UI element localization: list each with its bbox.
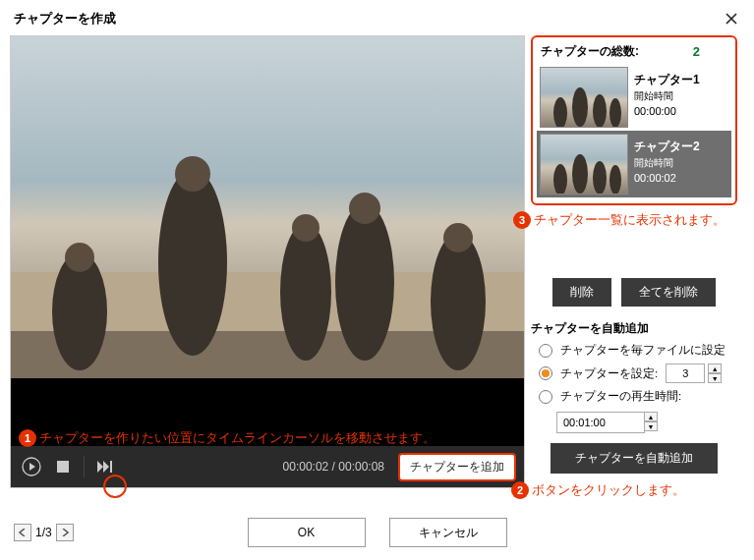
radio-icon: [539, 366, 552, 380]
video-player-area: 1チャプターを作りたい位置にタイムラインカーソルを移動させます。: [10, 35, 525, 488]
play-time-input[interactable]: [556, 412, 645, 433]
spinner-down-icon[interactable]: ▼: [708, 373, 722, 383]
cancel-button[interactable]: キャンセル: [389, 518, 507, 547]
radio-play-time-label: チャプターの再生時間:: [560, 389, 681, 404]
next-button[interactable]: [92, 454, 118, 479]
play-button[interactable]: [19, 454, 44, 479]
pager-prev-button[interactable]: [14, 524, 31, 541]
annotation-2-text: ボタンをクリックします。: [532, 482, 685, 497]
chapter-count-value: 2: [693, 44, 700, 59]
radio-set-count[interactable]: チャプターを設定: ▲▼: [539, 364, 737, 383]
pager-text: 1/3: [35, 526, 52, 539]
spinner-up-icon[interactable]: ▲: [644, 412, 658, 421]
svg-point-22: [609, 165, 621, 195]
svg-point-20: [572, 154, 588, 194]
auto-add-section-title: チャプターを自動追加: [531, 320, 737, 337]
annotation-1: 1チャプターを作りたい位置にタイムラインカーソルを移動させます。: [19, 429, 435, 447]
chapter-count-row: チャプターの総数: 2: [537, 41, 731, 64]
annotation-3-badge: 3: [513, 211, 531, 229]
svg-point-17: [593, 94, 607, 128]
annotation-2-badge: 2: [511, 481, 529, 499]
chapter-count-label: チャプターの総数:: [541, 43, 639, 60]
delete-button[interactable]: 削除: [552, 278, 611, 307]
svg-point-19: [553, 164, 567, 195]
video-frame-illustration: [11, 36, 524, 378]
window-title: チャプターを作成: [14, 10, 116, 28]
svg-point-3: [158, 169, 227, 356]
svg-point-15: [553, 97, 567, 128]
radio-set-count-label: チャプターを設定:: [560, 366, 658, 381]
svg-point-10: [292, 214, 319, 242]
count-spinner[interactable]: ▲▼: [708, 364, 722, 383]
chapter-start-label: 開始時間: [634, 155, 700, 170]
stop-icon: [57, 461, 69, 473]
radio-play-time[interactable]: チャプターの再生時間:: [539, 389, 737, 404]
svg-point-18: [609, 98, 621, 128]
next-icon: [97, 461, 113, 473]
svg-point-8: [349, 193, 380, 224]
svg-point-6: [431, 233, 486, 370]
radio-per-file-label: チャプターを毎ファイルに設定: [560, 343, 725, 358]
chapter-meta: チャプター2 開始時間 00:00:02: [634, 134, 700, 195]
chapter-time: 00:00:02: [634, 170, 700, 187]
svg-point-11: [65, 243, 94, 272]
spinner-up-icon[interactable]: ▲: [708, 364, 722, 373]
chapter-list-item[interactable]: チャプター1 開始時間 00:00:00: [537, 64, 731, 131]
chapter-title: チャプター2: [634, 138, 700, 155]
chevron-right-icon: [61, 529, 69, 536]
svg-point-4: [280, 223, 331, 361]
close-icon: [725, 12, 738, 26]
chapter-count-input[interactable]: [666, 364, 705, 383]
annotation-1-badge: 1: [19, 429, 36, 447]
time-display: 00:00:02 / 00:00:08: [283, 460, 384, 474]
chapter-action-buttons: 削除 全てを削除: [531, 278, 737, 307]
svg-rect-13: [57, 461, 69, 473]
chapter-title: チャプター1: [634, 71, 700, 88]
player-controls: 00:00:02 / 00:00:08 チャプターを追加: [11, 446, 524, 487]
chevron-left-icon: [19, 529, 27, 536]
time-spinner[interactable]: ▲▼: [644, 412, 658, 431]
svg-point-9: [443, 223, 473, 252]
chapter-meta: チャプター1 開始時間 00:00:00: [634, 67, 700, 128]
auto-add-button[interactable]: チャプターを自動追加: [551, 443, 718, 474]
chapter-thumbnail: [540, 134, 628, 195]
annotation-3: 3チャプター一覧に表示されます。: [513, 211, 720, 229]
svg-point-7: [175, 156, 210, 192]
radio-per-file[interactable]: チャプターを毎ファイルに設定: [539, 343, 737, 358]
annotation-2: 2ボタンをクリックします。: [511, 481, 718, 499]
chapter-time: 00:00:00: [634, 103, 700, 120]
dialog-footer: 1/3 OK キャンセル: [0, 505, 754, 560]
delete-all-button[interactable]: 全てを削除: [621, 278, 716, 307]
spinner-down-icon[interactable]: ▼: [644, 421, 658, 431]
chapter-thumbnail: [540, 67, 628, 128]
pager: 1/3: [14, 524, 74, 541]
play-icon: [22, 457, 41, 476]
title-bar: チャプターを作成: [0, 0, 754, 35]
annotation-3-text: チャプター一覧に表示されます。: [534, 212, 725, 227]
chapter-list-item[interactable]: チャプター2 開始時間 00:00:02: [537, 131, 731, 197]
chapter-list-panel: チャプターの総数: 2 チャプター1 開始時間 00:00:00 チャプタ: [531, 35, 737, 205]
pager-next-button[interactable]: [56, 524, 74, 541]
annotation-1-text: チャプターを作りたい位置にタイムラインカーソルを移動させます。: [39, 430, 435, 445]
stop-button[interactable]: [50, 454, 76, 479]
radio-icon: [539, 344, 552, 358]
close-button[interactable]: [721, 8, 742, 29]
radio-icon: [539, 390, 552, 404]
video-preview: [11, 36, 524, 378]
control-separator: [84, 456, 85, 477]
svg-rect-14: [110, 461, 112, 473]
ok-button[interactable]: OK: [248, 518, 366, 547]
svg-point-5: [335, 203, 394, 361]
add-chapter-button[interactable]: チャプターを追加: [398, 453, 516, 481]
svg-point-16: [572, 87, 588, 127]
chapter-start-label: 開始時間: [634, 88, 700, 103]
svg-point-21: [593, 161, 607, 195]
